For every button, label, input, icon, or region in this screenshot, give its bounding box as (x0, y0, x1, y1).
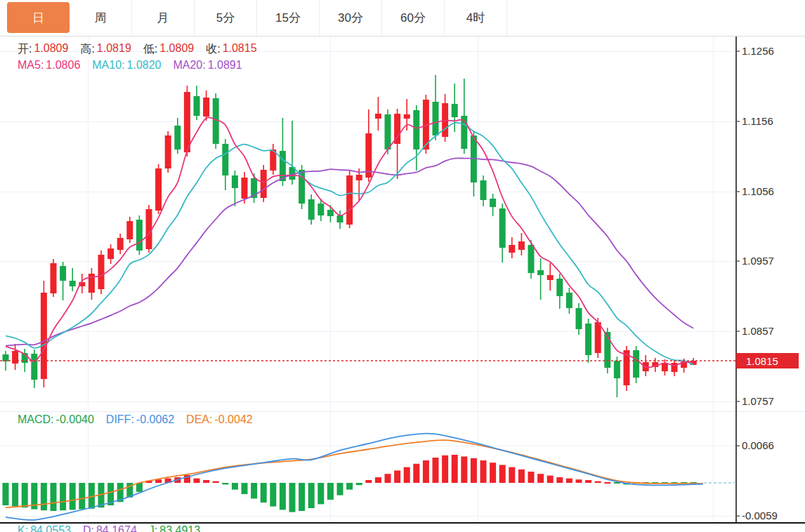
candle-up (518, 241, 525, 250)
macd-bar (60, 483, 66, 510)
macd-bar (365, 480, 372, 483)
candle-down (232, 175, 238, 188)
candle-up (41, 293, 47, 379)
tab-5分[interactable]: 5分 (195, 0, 257, 36)
candle-up (242, 178, 248, 199)
axis-label: -0.0059 (742, 510, 778, 521)
macd-bar (480, 460, 487, 483)
macd-bar (556, 477, 563, 483)
axis-label: 0.0066 (742, 439, 774, 451)
macd-bar (194, 479, 200, 483)
candle-down (280, 151, 286, 181)
candle-up (509, 245, 515, 253)
macd-bar (356, 483, 362, 485)
macd-bar (251, 483, 257, 498)
candle-down (433, 102, 439, 135)
candle-up (184, 92, 190, 152)
diff-line (6, 434, 703, 520)
macd-bar (41, 483, 47, 510)
candle-down (633, 350, 639, 378)
candle-up (126, 221, 133, 239)
tab-30分[interactable]: 30分 (320, 0, 382, 36)
candle-up (672, 363, 678, 372)
current-price-badge-label: 1.0815 (746, 355, 778, 367)
axis-label: 1.1056 (742, 185, 774, 197)
macd-bar (404, 467, 410, 483)
candle-up (165, 135, 171, 168)
candle-down (556, 279, 563, 296)
macd-bar (452, 455, 458, 483)
macd-bar (308, 483, 315, 508)
candle-up (356, 175, 362, 180)
macd-bar (327, 483, 334, 500)
candle-up (107, 248, 114, 259)
macd-bar (12, 483, 18, 507)
candle-up (404, 114, 410, 119)
candle-down (136, 220, 143, 251)
candle-down (194, 96, 200, 116)
macd-bar (261, 483, 267, 503)
candle-up (595, 322, 601, 353)
macd-bar (280, 483, 286, 510)
candle-down (70, 281, 76, 286)
candle-down (213, 98, 219, 144)
tab-周[interactable]: 周 (70, 0, 132, 36)
macd-bar (3, 483, 9, 505)
macd-bar (509, 467, 515, 483)
candle-down (327, 210, 334, 216)
macd-bar (232, 483, 238, 490)
candle-up (98, 255, 105, 289)
axis-label: 1.1156 (742, 115, 773, 127)
tab-4时[interactable]: 4时 (445, 0, 507, 36)
macd-bar (394, 470, 400, 483)
candle-down (585, 324, 591, 355)
macd-bar (528, 472, 535, 483)
macd-bar (70, 483, 76, 510)
candle-down (337, 215, 343, 222)
candle-down (528, 245, 535, 273)
tab-月[interactable]: 月 (132, 0, 195, 36)
candle-up (155, 168, 162, 211)
candle-down (576, 308, 582, 329)
chart-area[interactable]: 1.12561.11561.10561.09571.08571.07570.00… (0, 36, 805, 532)
candle-down (31, 354, 37, 380)
macd-bar (299, 483, 305, 511)
candle-down (60, 266, 66, 281)
candle-down (174, 126, 181, 149)
candle-down (499, 208, 506, 248)
trading-chart-app: 日周月5分15分30分60分4时 1.12561.11561.10561.095… (0, 0, 805, 532)
tab-15分[interactable]: 15分 (257, 0, 320, 36)
tab-60分[interactable]: 60分 (382, 0, 445, 36)
macd-bar (547, 476, 554, 483)
macd-bar (213, 481, 219, 483)
macd-bar (318, 483, 324, 504)
tab-日[interactable]: 日 (7, 2, 70, 33)
macd-bar (289, 483, 296, 512)
candle-up (261, 170, 267, 198)
macd-bar (79, 483, 85, 510)
macd-bar (471, 458, 477, 483)
interval-tabbar: 日周月5分15分30分60分4时 (0, 0, 805, 36)
candle-up (346, 175, 353, 225)
axis-label: 1.0957 (742, 255, 774, 267)
candle-down (385, 114, 391, 149)
candle-up (203, 98, 209, 117)
candle-up (375, 114, 381, 119)
candle-up (51, 263, 57, 293)
macd-bar (518, 470, 525, 483)
candle-down (614, 361, 620, 378)
candle-up (12, 351, 18, 364)
candlestick-macd-chart[interactable]: 1.12561.11561.10561.09571.08571.07570.00… (0, 36, 805, 532)
candle-up (547, 275, 554, 280)
axis-label: 1.1256 (742, 45, 774, 57)
macd-bar (576, 479, 582, 483)
macd-bar (242, 483, 248, 494)
macd-bar (375, 477, 381, 483)
macd-bar (51, 483, 57, 511)
axis-label: 1.0857 (742, 325, 774, 337)
macd-bar (385, 474, 391, 483)
candle-down (222, 144, 228, 175)
macd-bar (270, 483, 276, 507)
candle-down (308, 199, 315, 220)
candle-down (566, 293, 572, 308)
